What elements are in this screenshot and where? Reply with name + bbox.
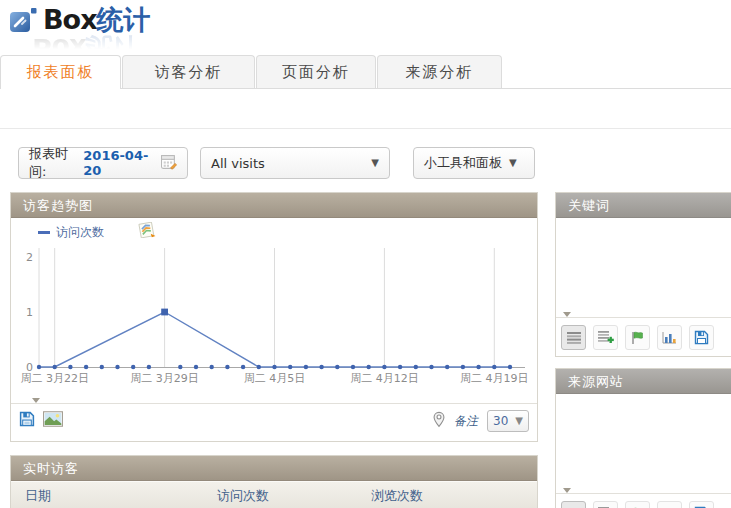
- graph-type-icon[interactable]: [138, 222, 156, 242]
- column-header-visits[interactable]: 访问次数: [217, 487, 371, 505]
- realtime-visitors-widget: 实时访客 日期 访问次数 浏览次数: [10, 455, 538, 508]
- visits-evolution-chart[interactable]: 周二 3月22日周二 3月29日周二 4月5日周二 4月12日周二 4月19日0…: [11, 240, 539, 390]
- goal-flag-button[interactable]: [625, 501, 650, 508]
- referrers-empty-body: [556, 394, 731, 493]
- export-icon[interactable]: [19, 411, 35, 431]
- visitor-trend-widget: 访客趋势图 访问次数 周二 3月22日周二 3月29日周二 4月5日周二 4月1…: [10, 192, 538, 442]
- realtime-table-header: 日期 访问次数 浏览次数: [11, 481, 537, 508]
- visitor-trend-title[interactable]: 访客趋势图: [11, 193, 537, 218]
- expander-icon[interactable]: [563, 312, 571, 317]
- svg-text:1: 1: [26, 306, 33, 319]
- svg-text:0: 0: [26, 361, 33, 374]
- chart-legend: 访问次数: [38, 224, 537, 240]
- keywords-title[interactable]: 关键词: [556, 193, 731, 218]
- logo-text-zh: 统计: [97, 4, 151, 35]
- logo-text: Box统计: [43, 5, 151, 35]
- tab-report-dashboard[interactable]: 报表面板: [0, 55, 121, 89]
- legend-series-dash: [38, 231, 50, 234]
- keywords-empty-body: [556, 218, 731, 317]
- tab-visitor-analysis[interactable]: 访客分析: [122, 55, 255, 88]
- referrers-widget-footer: [556, 493, 731, 508]
- report-date-value: 2016-04-20: [83, 148, 156, 178]
- row-limit-select[interactable]: 30 ▼: [487, 410, 529, 432]
- legend-series-label: 访问次数: [56, 224, 104, 241]
- column-header-date[interactable]: 日期: [11, 487, 217, 505]
- segment-selector[interactable]: All visits ▼: [200, 147, 390, 179]
- widgets-button-label: 小工具和面板: [424, 154, 502, 172]
- chevron-down-icon: ▼: [371, 158, 379, 168]
- column-header-pageviews[interactable]: 浏览次数: [371, 487, 537, 505]
- realtime-visitors-title[interactable]: 实时访客: [11, 456, 537, 481]
- svg-text:周二 3月29日: 周二 3月29日: [130, 372, 199, 385]
- referrer-websites-title[interactable]: 来源网站: [556, 369, 731, 394]
- row-limit-value: 30: [493, 414, 508, 428]
- table-more-columns-button[interactable]: [593, 325, 618, 350]
- table-view-button[interactable]: [561, 501, 586, 508]
- main-nav-tabs: 报表面板 访客分析 页面分析 来源分析: [0, 55, 731, 89]
- chevron-down-icon: ▼: [509, 158, 517, 168]
- svg-text:周二 4月19日: 周二 4月19日: [460, 372, 529, 385]
- toolbar-divider: [0, 128, 731, 129]
- keywords-widget: 关键词: [555, 192, 731, 357]
- svg-text:周二 4月5日: 周二 4月5日: [244, 372, 306, 385]
- image-export-icon[interactable]: [43, 411, 63, 431]
- report-time-label: 报表时间:: [29, 145, 78, 181]
- segment-selector-value: All visits: [211, 156, 265, 171]
- table-view-button[interactable]: [561, 325, 586, 350]
- annotation-link[interactable]: 备注: [454, 413, 478, 430]
- table-more-columns-button[interactable]: [593, 501, 618, 508]
- export-icon[interactable]: [689, 325, 714, 350]
- bar-chart-view-button[interactable]: [657, 325, 682, 350]
- keywords-widget-footer: [556, 317, 731, 357]
- report-date-picker[interactable]: 报表时间: 2016-04-20: [18, 147, 188, 179]
- referrer-websites-widget: 来源网站: [555, 368, 731, 508]
- goal-flag-button[interactable]: [625, 325, 650, 350]
- trend-widget-footer: 备注 30 ▼: [11, 403, 537, 441]
- logo-text-en: Box: [43, 4, 97, 35]
- annotation-pin-icon[interactable]: [433, 411, 445, 432]
- calendar-icon: [161, 154, 177, 173]
- chevron-down-icon: ▼: [515, 416, 523, 426]
- export-icon[interactable]: [689, 501, 714, 508]
- svg-text:2: 2: [26, 251, 33, 264]
- expander-icon[interactable]: [563, 488, 571, 493]
- tab-page-analysis[interactable]: 页面分析: [256, 55, 376, 88]
- widgets-and-dashboard-button[interactable]: 小工具和面板 ▼: [413, 147, 535, 179]
- tab-source-analysis[interactable]: 来源分析: [377, 55, 502, 88]
- expander-icon[interactable]: [32, 398, 40, 403]
- svg-text:周二 4月12日: 周二 4月12日: [350, 372, 419, 385]
- bar-chart-view-button[interactable]: [657, 501, 682, 508]
